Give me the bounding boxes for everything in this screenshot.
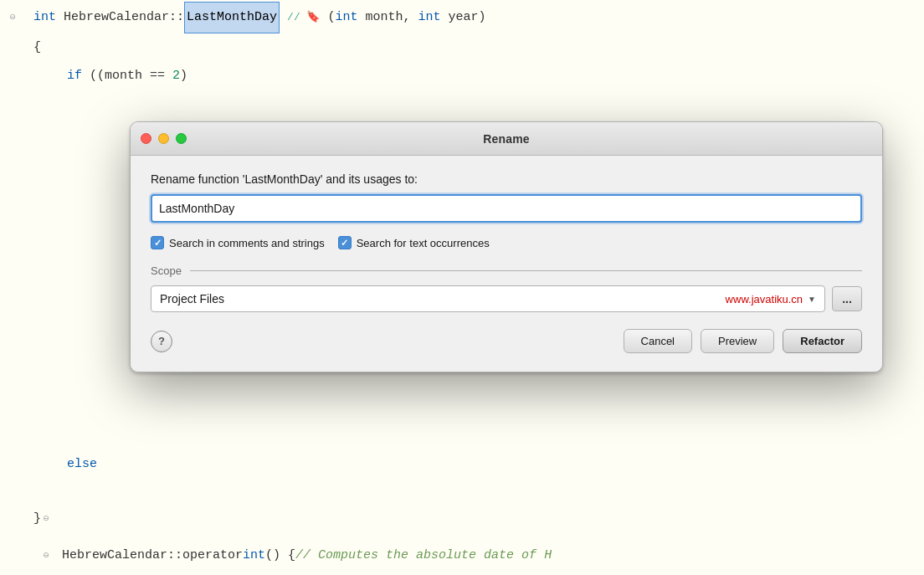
bottom-parens: () { bbox=[265, 542, 295, 570]
checkbox-text-label: Search for text occurrences bbox=[357, 237, 490, 249]
code-param-month: month, bbox=[358, 3, 418, 32]
scope-label: Scope bbox=[151, 264, 182, 277]
code-bookmark: // 🔖 bbox=[287, 3, 320, 32]
cancel-button[interactable]: Cancel bbox=[624, 329, 692, 353]
dialog-titlebar: Rename bbox=[131, 122, 882, 156]
code-bottom-line: ⊖ HebrewCalendar::operator int() { // Co… bbox=[0, 536, 924, 575]
right-buttons: Cancel Preview Refactor bbox=[624, 329, 862, 353]
code-bottom-section: ⊖ } bbox=[0, 505, 924, 533]
scope-dropdown[interactable]: Project Files www.javatiku.cn ▼ bbox=[151, 285, 825, 312]
dialog-body: Rename function 'LastMonthDay' and its u… bbox=[131, 156, 882, 372]
close-button[interactable] bbox=[141, 133, 151, 144]
bottom-int: int bbox=[243, 542, 265, 570]
traffic-lights bbox=[141, 133, 187, 144]
dropdown-arrow-icon: ▼ bbox=[808, 295, 816, 304]
rename-input[interactable] bbox=[159, 202, 854, 215]
rename-input-wrapper[interactable] bbox=[151, 194, 862, 223]
refactor-button[interactable]: Refactor bbox=[783, 329, 862, 353]
code-line-3: if ((month == 2) bbox=[0, 62, 924, 90]
code-line-else: else bbox=[0, 450, 924, 479]
gutter-fold-1: ⊖ bbox=[0, 3, 28, 32]
scope-divider bbox=[190, 270, 862, 271]
watermark: www.javatiku.cn bbox=[726, 293, 803, 305]
bottom-class: HebrewCalendar::operator bbox=[62, 542, 243, 570]
scope-more-button[interactable]: ... bbox=[832, 286, 862, 311]
checkbox-comments[interactable]: ✓ Search in comments and strings bbox=[151, 236, 325, 249]
scope-section: Scope Project Files www.javatiku.cn ▼ ..… bbox=[151, 264, 862, 312]
code-params: ( bbox=[321, 3, 336, 32]
help-icon: ? bbox=[158, 335, 165, 347]
code-line-1: ⊖ int HebrewCalendar::LastMonthDay // 🔖 … bbox=[0, 2, 924, 33]
rename-dialog: Rename Rename function 'LastMonthDay' an… bbox=[130, 121, 883, 372]
gutter-bottom: ⊖ bbox=[33, 542, 62, 570]
dialog-title: Rename bbox=[483, 132, 530, 146]
code-param-year: year) bbox=[441, 3, 486, 32]
code-class-sep: HebrewCalendar:: bbox=[56, 3, 184, 32]
checkbox-text[interactable]: ✓ Search for text occurrences bbox=[338, 236, 490, 249]
dialog-description: Rename function 'LastMonthDay' and its u… bbox=[151, 172, 862, 186]
code-space bbox=[280, 3, 287, 32]
bottom-comment: // Computes the absolute date of H bbox=[295, 542, 552, 570]
scope-header: Scope bbox=[151, 264, 862, 277]
maximize-button[interactable] bbox=[176, 133, 187, 144]
checkbox-comments-box[interactable]: ✓ bbox=[151, 236, 164, 249]
code-if-close: ) bbox=[180, 62, 187, 90]
checkbox-text-box[interactable]: ✓ bbox=[338, 236, 352, 249]
code-kw-if: if bbox=[67, 62, 82, 90]
code-if-cond: ((month == bbox=[82, 62, 172, 90]
gutter-close: ⊖ bbox=[33, 505, 62, 533]
code-keyword-int: int bbox=[33, 3, 56, 32]
minimize-button[interactable] bbox=[158, 133, 169, 144]
code-line-2: { bbox=[0, 33, 924, 62]
scope-more-label: ... bbox=[842, 292, 852, 305]
code-function-name: LastMonthDay bbox=[184, 2, 280, 33]
checkbox-text-check: ✓ bbox=[341, 239, 348, 248]
code-kw-int2: int bbox=[336, 3, 358, 32]
checkbox-comments-label: Search in comments and strings bbox=[169, 237, 325, 249]
code-brace-open: { bbox=[33, 33, 41, 62]
code-num-2: 2 bbox=[172, 62, 180, 90]
checkboxes-row: ✓ Search in comments and strings ✓ Searc… bbox=[151, 236, 862, 249]
preview-button[interactable]: Preview bbox=[701, 329, 774, 353]
help-button[interactable]: ? bbox=[151, 331, 172, 352]
code-line-close: ⊖ } bbox=[33, 505, 924, 533]
scope-dropdown-wrapper: Project Files www.javatiku.cn ▼ ... bbox=[151, 285, 862, 312]
buttons-row: ? Cancel Preview Refactor bbox=[151, 329, 862, 353]
scope-dropdown-value: Project Files bbox=[160, 292, 224, 305]
code-kw-int3: int bbox=[418, 3, 441, 32]
code-kw-else: else bbox=[67, 450, 97, 479]
checkbox-comments-check: ✓ bbox=[154, 239, 162, 248]
